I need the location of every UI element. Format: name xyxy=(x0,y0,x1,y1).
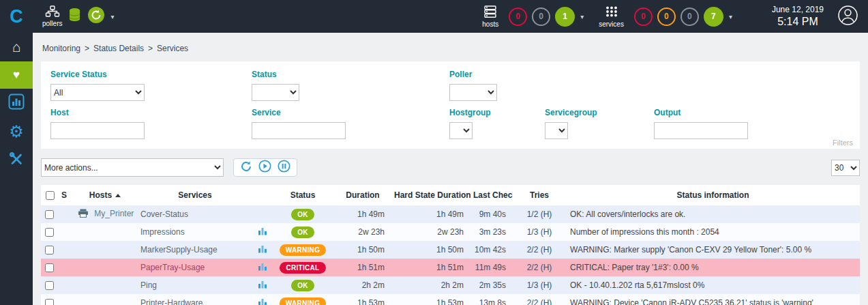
breadcrumb-separator: > xyxy=(85,44,89,53)
last-check-cell: 9m 40s xyxy=(470,205,513,223)
status-label: Status xyxy=(252,70,449,79)
status-badge: OK xyxy=(291,227,314,238)
host-cell xyxy=(74,241,136,259)
service-label: Service xyxy=(252,108,449,117)
sync-status-icon[interactable] xyxy=(87,6,105,27)
host-link[interactable]: My_Printer xyxy=(94,209,134,218)
play-button[interactable] xyxy=(258,160,271,175)
counter-badge[interactable]: 0 xyxy=(634,8,653,26)
header-hard-state-duration[interactable]: Hard State Duration xyxy=(391,185,470,205)
status-cell: OK xyxy=(271,205,334,223)
table-row[interactable]: My_Printer Cover-Status OK 1h 49m 1h 49m… xyxy=(41,205,860,223)
table-header-row: S Hosts Services Status Duration Hard St… xyxy=(41,185,860,205)
table-row[interactable]: MarkerSupply-Usage WARNING 1h 50m 1h 50m… xyxy=(41,241,860,259)
header-hosts[interactable]: Hosts xyxy=(74,185,136,205)
status-badge: WARNING xyxy=(280,297,326,305)
header-status-information[interactable]: Status information xyxy=(566,185,860,205)
refresh-button[interactable] xyxy=(240,160,252,175)
hard-state-duration-cell: 1h 53m xyxy=(391,294,470,305)
row-checkbox[interactable] xyxy=(45,228,54,237)
breadcrumb-item[interactable]: Monitoring xyxy=(42,44,80,53)
service-input[interactable] xyxy=(252,122,346,139)
user-menu-button[interactable] xyxy=(837,5,858,29)
service-cell: Impressions xyxy=(136,223,254,241)
graph-icon[interactable] xyxy=(258,228,267,237)
counter-badge[interactable]: 0 xyxy=(509,8,527,26)
graph-icon[interactable] xyxy=(258,263,267,273)
sidebar-item-configuration[interactable]: ⚙ xyxy=(0,117,33,146)
service-link[interactable]: Cover-Status xyxy=(140,209,188,219)
status-cell: CRITICAL xyxy=(271,259,334,276)
refresh-icon xyxy=(240,160,252,175)
poller-select[interactable] xyxy=(449,84,497,101)
servicegroup-select[interactable] xyxy=(545,122,568,139)
sidebar-item-home[interactable]: ⌂ xyxy=(0,33,33,61)
pollers-group[interactable]: pollers ▾ xyxy=(33,5,121,27)
breadcrumb-item[interactable]: Status Details xyxy=(93,44,144,53)
service-link[interactable]: Impressions xyxy=(140,227,185,237)
table-row[interactable]: PaperTray-Usage CRITICAL 1h 51m 1h 51m 1… xyxy=(41,259,860,276)
table-row[interactable]: Ping OK 2h 2m 2h 2m 2m 35s 1/3 (H) OK - … xyxy=(41,276,860,294)
sidebar-item-monitoring[interactable]: ♥ xyxy=(0,61,33,89)
counter-badge[interactable]: 0 xyxy=(532,8,550,26)
select-all-checkbox[interactable] xyxy=(46,191,55,200)
row-checkbox[interactable] xyxy=(45,281,54,290)
table-row[interactable]: Printer-Hardware WARNING 1h 53m 1h 53m 1… xyxy=(41,294,860,305)
counter-badge[interactable]: 7 xyxy=(704,7,723,27)
row-checkbox[interactable] xyxy=(45,299,54,305)
s-cell xyxy=(59,259,74,276)
counter-badge[interactable]: 0 xyxy=(680,8,699,26)
chart-icon xyxy=(8,93,25,113)
header-s[interactable]: S xyxy=(59,185,74,205)
header-duration[interactable]: Duration xyxy=(334,185,391,205)
header-tries[interactable]: Tries xyxy=(513,185,566,205)
host-cell xyxy=(74,223,136,241)
last-check-cell: 10m 42s xyxy=(470,241,513,259)
host-input[interactable] xyxy=(50,122,145,139)
more-actions-select[interactable]: More actions... xyxy=(41,158,224,177)
row-checkbox[interactable] xyxy=(45,210,54,219)
per-page-select[interactable]: 30 xyxy=(831,160,860,176)
database-icon[interactable] xyxy=(68,8,81,25)
hard-state-duration-cell: 1h 50m xyxy=(391,241,470,259)
breadcrumb-item[interactable]: Services xyxy=(157,44,188,53)
graph-cell xyxy=(254,241,271,259)
topbar: C pollers ▾ hosts 001 ▾ xyxy=(0,0,868,33)
service-link[interactable]: PaperTray-Usage xyxy=(140,263,205,272)
pause-button[interactable] xyxy=(278,160,290,175)
graph-icon[interactable] xyxy=(258,246,267,255)
service-link[interactable]: MarkerSupply-Usage xyxy=(140,245,218,255)
status-cell: WARNING xyxy=(271,241,334,259)
service-status-label: Service Status xyxy=(50,70,252,79)
graph-icon[interactable] xyxy=(258,299,267,305)
header-status[interactable]: Status xyxy=(271,185,334,205)
table-row[interactable]: Impressions OK 2w 23h 2w 23h 3m 23s 1/3 … xyxy=(41,223,860,241)
header-last-check[interactable]: Last Check xyxy=(470,185,513,205)
hard-state-duration-cell: 2h 2m xyxy=(391,276,470,294)
tries-cell: 2/2 (H) xyxy=(513,294,566,305)
row-checkbox[interactable] xyxy=(45,246,54,255)
status-select[interactable] xyxy=(252,84,299,101)
service-cell: Ping xyxy=(136,276,254,294)
service-link[interactable]: Printer-Hardware xyxy=(140,298,203,305)
hosts-chevron-icon[interactable]: ▾ xyxy=(580,13,584,20)
output-input[interactable] xyxy=(654,122,748,139)
sidebar-item-reporting[interactable] xyxy=(0,89,33,117)
service-link[interactable]: Ping xyxy=(140,280,157,290)
pollers-chevron-icon[interactable]: ▾ xyxy=(110,13,114,20)
counter-badge[interactable]: 1 xyxy=(555,7,575,27)
pollers-icon xyxy=(45,5,60,20)
row-checkbox[interactable] xyxy=(45,263,54,272)
hostgroup-label: Hostgroup xyxy=(449,108,545,117)
service-status-select[interactable]: All xyxy=(50,84,145,101)
services-table-panel: S Hosts Services Status Duration Hard St… xyxy=(41,185,860,305)
sidebar-item-administration[interactable] xyxy=(0,146,33,175)
graph-icon[interactable] xyxy=(258,281,267,291)
counter-badge[interactable]: 0 xyxy=(657,8,676,26)
servicegroup-label: Servicegroup xyxy=(545,108,654,117)
centreon-logo[interactable]: C xyxy=(0,0,33,33)
services-chevron-icon[interactable]: ▾ xyxy=(729,13,732,20)
header-services[interactable]: Services xyxy=(136,185,254,205)
pause-icon xyxy=(278,160,290,175)
hostgroup-select[interactable] xyxy=(449,122,473,139)
